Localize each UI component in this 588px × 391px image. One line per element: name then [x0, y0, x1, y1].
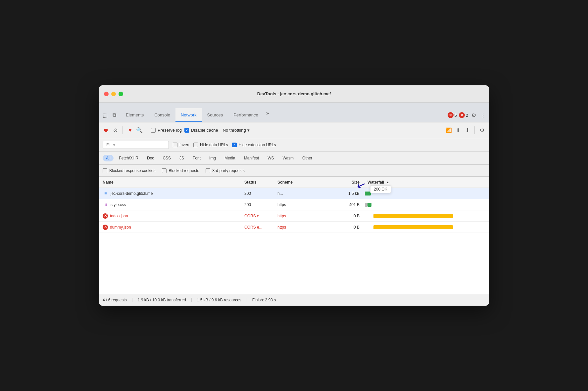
toolbar-right: 📶 ⬆ ⬇ ⚙: [445, 126, 485, 134]
minimize-button[interactable]: [111, 92, 116, 96]
hide-data-urls-label[interactable]: Hide data URLs: [193, 143, 228, 147]
network-settings-icon[interactable]: ⚙: [479, 127, 485, 134]
sort-asc-icon: ▲: [386, 180, 389, 184]
close-button[interactable]: [104, 92, 109, 96]
error-circle-icon: ✕: [103, 225, 108, 230]
type-filter-doc[interactable]: Doc: [144, 155, 157, 161]
table-row[interactable]: ⌗ style.css 200 https 401 B: [99, 199, 489, 210]
type-filter-img[interactable]: Img: [206, 155, 219, 161]
css-icon: ⌗: [103, 202, 109, 208]
row-status-1: 200: [244, 191, 277, 196]
col-header-size[interactable]: Size: [330, 180, 364, 185]
tab-sources[interactable]: Sources: [202, 108, 228, 122]
status-resources: 1.5 kB / 9.6 kB resources: [192, 298, 247, 302]
throttle-dropdown[interactable]: No throttling ▾: [221, 127, 252, 133]
import-icon[interactable]: ⬇: [464, 127, 470, 134]
filter-icon[interactable]: ▼: [127, 127, 133, 134]
type-filter-other[interactable]: Other: [299, 155, 316, 161]
row-scheme-4: https: [277, 225, 330, 230]
col-header-name[interactable]: Name: [99, 180, 244, 185]
row-scheme-3: https: [277, 214, 330, 218]
waterfall-bar-2a: [365, 203, 368, 207]
more-tabs-button[interactable]: »: [264, 108, 272, 119]
table-row[interactable]: ≡ jec-cors-demo.glitch.me 200 h... 1.5 k…: [99, 188, 489, 199]
error-icon-2: ✕: [459, 112, 465, 118]
tooltip-200ok: 200 OK: [370, 185, 391, 193]
toolbar-separator-3: [474, 126, 475, 134]
record-stop-icon[interactable]: ⏺: [103, 127, 109, 134]
devtools-window: DevTools - jec-cors-demo.glitch.me/ ⬚ ⧉ …: [99, 85, 489, 306]
tab-console[interactable]: Console: [149, 108, 175, 122]
window-title: DevTools - jec-cors-demo.glitch.me/: [257, 91, 331, 96]
filter-bar: Invert Hide data URLs ✓ Hide extension U…: [99, 138, 489, 152]
error-badge-1[interactable]: ✕ 5: [448, 112, 457, 118]
type-filter-js[interactable]: JS: [176, 155, 187, 161]
row-waterfall-2: [364, 199, 489, 210]
table-row[interactable]: ✕ dummy.json CORS e... https 0 B: [99, 222, 489, 233]
hide-extension-urls-checkbox[interactable]: ✓: [232, 143, 237, 147]
status-finish: Finish: 2.93 s: [247, 298, 281, 302]
row-name-1: jec-cors-demo.glitch.me: [111, 191, 153, 196]
preserve-log-label[interactable]: Preserve log: [151, 128, 182, 133]
network-conditions-icon[interactable]: 📶: [445, 127, 452, 134]
hide-extension-urls-label[interactable]: ✓ Hide extension URLs: [232, 143, 276, 147]
maximize-button[interactable]: [119, 92, 123, 96]
col-header-waterfall[interactable]: Waterfall ▲: [364, 180, 489, 185]
invert-checkbox[interactable]: [173, 143, 177, 147]
doc-icon: ≡: [103, 191, 109, 196]
more-options-icon[interactable]: ⋮: [479, 111, 487, 119]
inspector-icon[interactable]: ⬚: [101, 111, 109, 119]
type-filter-media[interactable]: Media: [221, 155, 239, 161]
tab-elements[interactable]: Elements: [121, 108, 149, 122]
blocked-cookies-label[interactable]: Blocked response cookies: [103, 168, 155, 173]
type-filter-all[interactable]: All: [103, 155, 114, 161]
row-size-1: 1.5 kB: [330, 191, 364, 196]
col-header-scheme[interactable]: Scheme: [277, 180, 330, 185]
device-icon[interactable]: ⧉: [111, 111, 118, 119]
blocked-requests-label[interactable]: Blocked requests: [162, 168, 199, 173]
tab-network[interactable]: Network: [175, 108, 202, 122]
type-filter-ws[interactable]: WS: [264, 155, 277, 161]
toolbar: ⏺ ⊘ ▼ 🔍 Preserve log ✓ Disable cache No …: [99, 122, 489, 138]
settings-icon[interactable]: ⚙: [470, 111, 477, 119]
third-party-label[interactable]: 3rd-party requests: [206, 168, 244, 173]
row-size-4: 0 B: [330, 225, 364, 230]
export-icon[interactable]: ⬆: [455, 127, 461, 134]
type-filter-wasm[interactable]: Wasm: [279, 155, 297, 161]
disable-cache-checkbox[interactable]: ✓: [184, 128, 189, 133]
preserve-log-checkbox[interactable]: [151, 128, 156, 133]
clear-icon[interactable]: ⊘: [112, 127, 119, 134]
toolbar-separator-1: [122, 126, 123, 134]
row-name-4: dummy.json: [110, 225, 131, 230]
blocked-cookies-checkbox[interactable]: [103, 168, 107, 173]
devtools-tabs-bar: ⬚ ⧉ Elements Console Network Sources Per…: [99, 103, 489, 122]
table-row[interactable]: ✕ todos.json CORS e... https 0 B: [99, 210, 489, 222]
devtools-left-icons: ⬚ ⧉: [101, 111, 118, 119]
row-name-cell-2: ⌗ style.css: [99, 202, 244, 208]
row-name-3: todos.json: [110, 214, 128, 218]
hide-data-urls-checkbox[interactable]: [193, 143, 198, 147]
type-filter-font[interactable]: Font: [189, 155, 204, 161]
row-status-3: CORS e...: [244, 214, 277, 218]
type-filter-fetch-xhr[interactable]: Fetch/XHR: [116, 155, 142, 161]
third-party-checkbox[interactable]: [206, 168, 210, 173]
type-filter-css[interactable]: CSS: [159, 155, 174, 161]
row-name-cell-1: ≡ jec-cors-demo.glitch.me: [99, 191, 244, 196]
devtools-right-icons: ✕ 5 ✕ 2 ⚙ ⋮: [448, 111, 487, 119]
blocked-requests-checkbox[interactable]: [162, 168, 167, 173]
row-status-4: CORS e...: [244, 225, 277, 230]
error-badge-2[interactable]: ✕ 2: [459, 112, 468, 118]
col-header-status[interactable]: Status: [244, 180, 277, 185]
status-transferred: 1.9 kB / 10.0 kB transferred: [132, 298, 192, 302]
type-filter-manifest[interactable]: Manifest: [241, 155, 262, 161]
waterfall-bar-2b: [368, 203, 371, 207]
type-filter-bar: All Fetch/XHR Doc CSS JS Font Img Media …: [99, 152, 489, 165]
search-icon[interactable]: 🔍: [136, 127, 143, 134]
error-icon-1: ✕: [448, 112, 454, 118]
disable-cache-label[interactable]: ✓ Disable cache: [184, 128, 218, 133]
status-bar: 4 / 6 requests 1.9 kB / 10.0 kB transfer…: [99, 294, 489, 306]
invert-checkbox-label[interactable]: Invert: [173, 143, 189, 147]
filter-input[interactable]: [103, 141, 169, 149]
row-name-cell-4: ✕ dummy.json: [99, 225, 244, 230]
tab-performance[interactable]: Performance: [228, 108, 263, 122]
